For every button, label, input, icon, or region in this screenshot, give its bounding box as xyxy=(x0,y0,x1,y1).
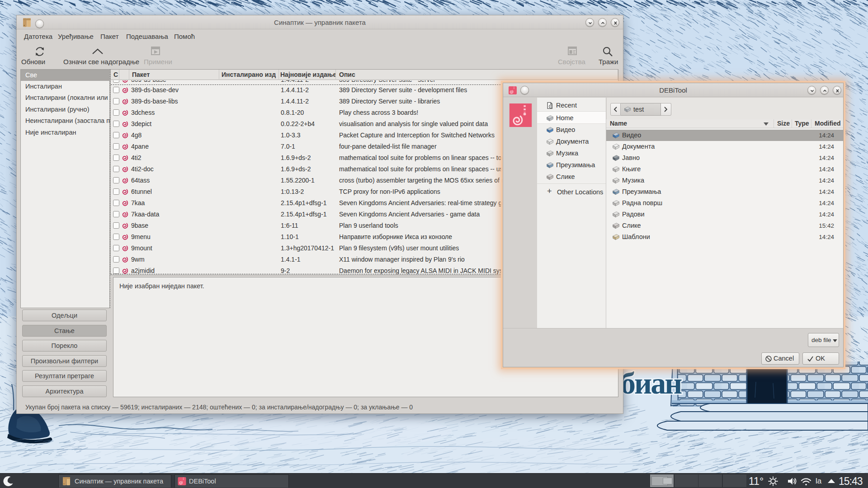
svg-text:биан: биан xyxy=(620,366,682,400)
